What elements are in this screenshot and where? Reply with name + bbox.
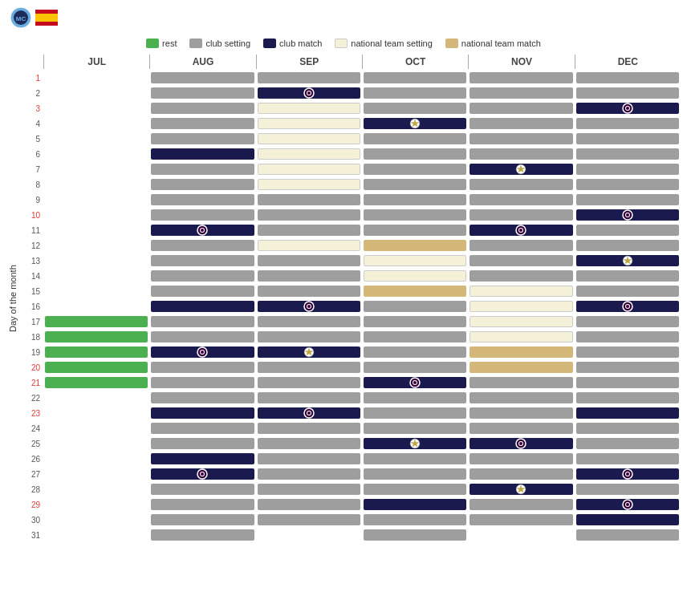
day-cell — [45, 118, 148, 129]
day-cell — [470, 453, 572, 464]
day-cell — [258, 194, 360, 205]
day-cell — [470, 255, 572, 266]
month-dec: DEC — [575, 55, 681, 69]
day-cell — [364, 240, 466, 251]
day-cell — [364, 377, 466, 388]
day-cell — [151, 407, 254, 419]
day-label: 9 — [19, 196, 43, 205]
day-cell — [576, 362, 679, 373]
day-label: 5 — [19, 135, 43, 144]
day-cell — [364, 118, 466, 129]
table-row: 3 — [19, 101, 681, 116]
day-cell — [151, 484, 254, 495]
day-cell — [470, 225, 572, 236]
day-label: 10 — [19, 211, 43, 220]
table-row: 28 — [19, 482, 681, 496]
table-row: 1 — [19, 71, 681, 85]
day-cell — [576, 331, 679, 342]
day-cell — [151, 118, 254, 129]
table-row: 11 — [19, 223, 681, 237]
svg-point-53 — [626, 472, 629, 476]
day-label: 2 — [19, 89, 43, 98]
day-cell — [258, 346, 360, 358]
day-label: 12 — [19, 241, 43, 250]
day-cell — [364, 453, 466, 464]
table-row: 20 — [19, 360, 681, 375]
day-label: 29 — [19, 500, 43, 509]
svg-point-28 — [307, 305, 311, 308]
day-label: 4 — [19, 120, 43, 128]
day-cell — [151, 362, 254, 373]
day-cell — [258, 499, 360, 510]
table-row: 29 — [19, 497, 681, 512]
day-cell — [258, 301, 360, 312]
table-row: 16 — [19, 299, 681, 314]
day-label: 3 — [19, 104, 43, 113]
day-cell — [576, 438, 679, 449]
svg-point-58 — [626, 503, 629, 506]
day-cell — [258, 87, 360, 99]
day-cell — [470, 346, 572, 358]
day-label: 25 — [19, 440, 43, 448]
day-cell — [364, 484, 466, 495]
day-label: 16 — [19, 302, 43, 311]
day-cell — [151, 72, 254, 83]
day-cell — [364, 179, 466, 190]
rows-container: 12 3 4 567 8910 11 1213 141516 171819 — [19, 71, 681, 542]
day-cell — [364, 164, 466, 175]
day-cell — [576, 87, 679, 99]
day-cell — [364, 270, 466, 282]
day-cell — [576, 164, 679, 175]
day-label: 13 — [19, 257, 43, 265]
day-cell — [151, 286, 254, 297]
table-row: 24 — [19, 421, 681, 436]
day-cell — [151, 514, 254, 525]
spain-flag — [35, 10, 58, 26]
day-cell — [576, 240, 679, 251]
day-cell — [258, 468, 360, 480]
day-cell — [258, 255, 360, 266]
legend-nat-setting: national team setting — [335, 38, 433, 48]
svg-point-42 — [307, 411, 311, 415]
nat-match-label: national team match — [461, 38, 541, 48]
svg-text:MC: MC — [16, 15, 26, 22]
day-cell — [364, 103, 466, 114]
month-oct: OCT — [362, 55, 468, 69]
svg-point-39 — [413, 381, 417, 384]
day-cell — [576, 194, 679, 205]
day-cell — [470, 194, 572, 205]
club-match-label: club match — [279, 38, 322, 48]
day-cell — [576, 133, 679, 144]
day-cell — [470, 362, 572, 373]
day-cell — [470, 423, 572, 434]
day-cell — [151, 331, 254, 342]
day-cell — [470, 87, 572, 99]
day-cell — [151, 529, 254, 541]
svg-point-50 — [201, 472, 204, 476]
day-cell — [470, 331, 572, 342]
day-cell — [258, 484, 360, 495]
day-cell — [364, 316, 466, 327]
day-cell — [470, 392, 572, 403]
club-match-color-box — [263, 38, 276, 48]
grid-area: JUL AUG SEP OCT NOV DEC 12 3 4 567 8910 … — [19, 55, 681, 542]
day-cell — [45, 133, 148, 144]
svg-point-10 — [626, 107, 629, 110]
day-cell — [470, 286, 572, 297]
day-cell — [576, 179, 679, 190]
day-cell — [45, 346, 148, 358]
day-cell — [258, 362, 360, 373]
day-label: 7 — [19, 165, 43, 174]
day-label: 21 — [19, 379, 43, 387]
day-cell — [576, 377, 679, 388]
day-cell — [364, 499, 466, 510]
day-label: 28 — [19, 485, 43, 494]
day-cell — [151, 423, 254, 434]
day-cell — [364, 438, 466, 449]
rest-color-box — [146, 38, 159, 48]
day-cell — [470, 133, 572, 144]
day-cell — [364, 468, 466, 480]
month-headers: JUL AUG SEP OCT NOV DEC — [19, 55, 681, 69]
day-cell — [364, 407, 466, 419]
table-row: 6 — [19, 147, 681, 161]
